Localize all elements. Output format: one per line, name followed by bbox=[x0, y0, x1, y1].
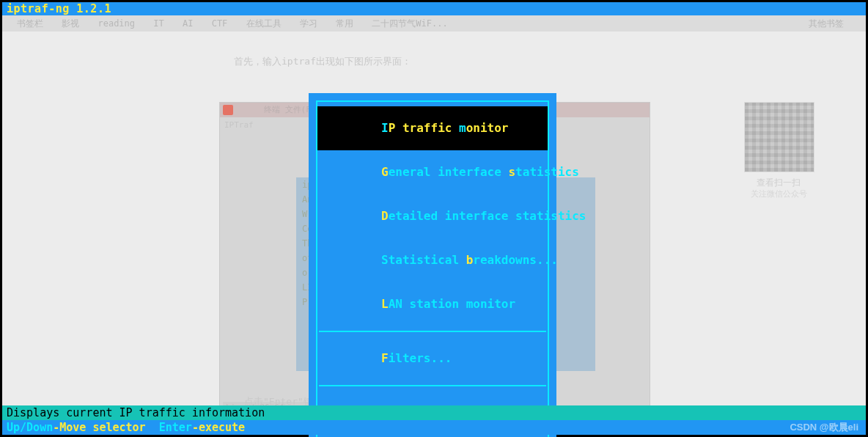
bg-bookmark-other: 其他书签 bbox=[809, 15, 844, 32]
qr-caption-sub: 关注微信公众号 bbox=[746, 188, 812, 199]
menu-separator bbox=[319, 385, 546, 386]
key-move-label: -Move selector bbox=[53, 421, 145, 434]
menu-text: Statistical bbox=[381, 253, 466, 267]
terminal-screen: iptraf-ng 1.2.1 书签栏 影视 reading IT AI CTF… bbox=[0, 0, 868, 437]
menu-separator bbox=[319, 331, 546, 332]
key-execute-label: -execute bbox=[192, 421, 245, 434]
bg-bookmark: CTF bbox=[212, 18, 228, 29]
menu-item-ip-traffic-monitor[interactable]: IP traffic monitor bbox=[317, 106, 548, 150]
menu-item-statistical-breakdowns[interactable]: Statistical breakdowns... bbox=[317, 238, 548, 282]
bg-bookmark: 常用 bbox=[336, 18, 353, 29]
menu-item-filters[interactable]: Filters... bbox=[317, 337, 548, 381]
inner-app-label: IPTraf bbox=[224, 120, 254, 130]
menu-hotkey: s bbox=[508, 165, 515, 179]
background-browser-toolbar: 书签栏 影视 reading IT AI CTF 在线工具 学习 常用 二十四节… bbox=[2, 15, 866, 32]
bg-intro-text: 首先，输入iptraf出现如下图所示界面： bbox=[234, 55, 411, 68]
menu-text: reakdowns... bbox=[473, 253, 558, 267]
bg-bookmark: 在线工具 bbox=[246, 18, 282, 29]
menu-text: AN station monitor bbox=[389, 297, 515, 311]
bg-bookmark: IT bbox=[153, 18, 163, 29]
menu-item-lan-station-monitor[interactable]: LAN station monitor bbox=[317, 282, 548, 326]
qr-caption: 查看扫一扫 bbox=[746, 177, 812, 189]
bg-bookmark: 学习 bbox=[300, 18, 317, 29]
bg-bookmark: 书签栏 bbox=[17, 18, 43, 29]
watermark: CSDN @欧晨eli bbox=[790, 420, 858, 435]
bg-bookmark: 二十四节气WiF... bbox=[372, 18, 447, 29]
main-menu-box: IP traffic monitor General interface sta… bbox=[316, 100, 549, 437]
qr-code-icon bbox=[744, 102, 814, 172]
menu-text: ilters... bbox=[389, 351, 452, 365]
bg-bookmark: 影视 bbox=[62, 18, 79, 29]
main-menu: IP traffic monitor General interface sta… bbox=[309, 93, 556, 437]
menu-text: P traffic bbox=[389, 121, 459, 135]
menu-item-detailed-interface-statistics[interactable]: Detailed interface statistics bbox=[317, 194, 548, 238]
menu-item-general-interface-statistics[interactable]: General interface statistics bbox=[317, 150, 548, 194]
key-updown: Up/Down bbox=[7, 421, 53, 434]
app-title: iptraf-ng 1.2.1 bbox=[7, 2, 111, 15]
menu-hotkey: D bbox=[381, 209, 389, 223]
bg-bookmark: reading bbox=[98, 18, 135, 29]
app-title-bar: iptraf-ng 1.2.1 bbox=[2, 2, 866, 15]
close-icon bbox=[223, 105, 233, 115]
menu-text: tatistics bbox=[515, 165, 579, 179]
menu-text: eneral interface bbox=[389, 165, 509, 179]
menu-hotkey: L bbox=[381, 297, 389, 311]
menu-hotkey: F bbox=[381, 351, 389, 365]
menu-hotkey: G bbox=[381, 165, 389, 179]
bg-bookmark: AI bbox=[183, 18, 193, 29]
status-description-text: Displays current IP traffic information bbox=[7, 406, 265, 419]
menu-text: etailed interface statistics bbox=[389, 209, 586, 223]
menu-hotkey: I bbox=[381, 121, 389, 135]
menu-hotkey: b bbox=[466, 253, 474, 267]
menu-text: onitor bbox=[466, 121, 509, 135]
menu-hotkey: m bbox=[459, 121, 466, 135]
status-keybindings: Up/Down-Move selector Enter-execute CSDN… bbox=[2, 420, 866, 435]
key-enter: Enter bbox=[159, 421, 192, 434]
status-description: Displays current IP traffic information bbox=[2, 405, 866, 420]
